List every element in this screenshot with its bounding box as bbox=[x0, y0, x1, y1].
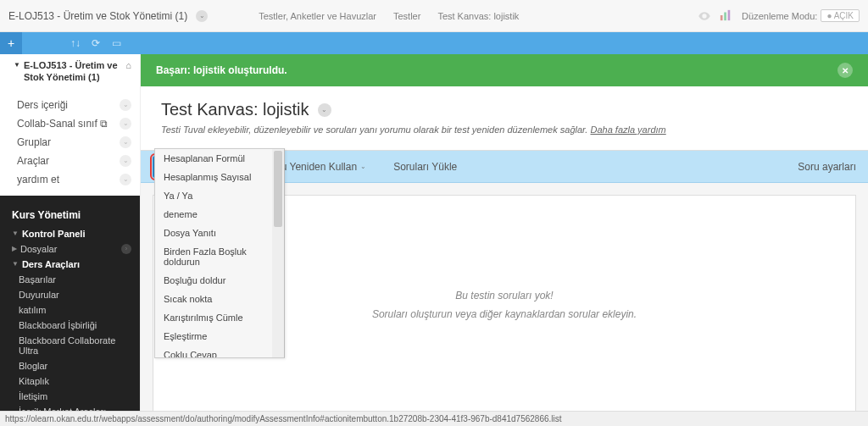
dropdown-item[interactable]: Çoklu Cevap bbox=[155, 346, 284, 357]
banner-text: Başarı: lojistik oluşturuldu. bbox=[156, 64, 287, 76]
dropdown-item[interactable]: Hesaplanan Formül bbox=[155, 149, 284, 168]
sidebar: ▼ E-LOJ513 - Üretim ve Stok Yönetimi (1)… bbox=[0, 54, 141, 426]
page-header: Test Kanvas: lojistik ⌄ Testi Tuval ekle… bbox=[141, 86, 868, 151]
svg-rect-0 bbox=[721, 15, 723, 20]
empty-message-2: Soruları oluşturun veya diğer kaynaklard… bbox=[372, 308, 637, 320]
dropdown-item[interactable]: Sıcak nokta bbox=[155, 290, 284, 308]
add-button[interactable]: + bbox=[0, 32, 22, 54]
success-banner: Başarı: lojistik oluşturuldu. ✕ bbox=[141, 54, 868, 86]
external-icon: ⧉ bbox=[100, 118, 108, 130]
edit-mode: Düzenleme Modu: ● AÇIK bbox=[742, 9, 860, 22]
svg-rect-2 bbox=[728, 9, 731, 19]
help-link[interactable]: Daha fazla yardım bbox=[590, 124, 665, 135]
blue-toolbar: + ↑↓ ⟳ ▭ bbox=[0, 32, 868, 54]
dark-sub-contact[interactable]: İletişim bbox=[0, 389, 140, 404]
chart-icon[interactable] bbox=[720, 9, 733, 23]
sidebar-item-help[interactable]: yardım et ⌄ bbox=[0, 170, 140, 189]
breadcrumb: Testler, Anketler ve Havuzlar Testler Te… bbox=[259, 11, 519, 21]
close-icon[interactable]: ✕ bbox=[837, 63, 853, 78]
chevron-down-icon: ⌄ bbox=[360, 163, 366, 170]
dropdown-item[interactable]: Birden Fazla Boşluk doldurun bbox=[155, 242, 284, 271]
page-description: Testi Tuval ekleyebilir, düzenleyebilir … bbox=[161, 124, 848, 135]
chevron-icon: ⌄ bbox=[120, 136, 131, 148]
status-bar: https://olearn.okan.edu.tr/webapps/asses… bbox=[0, 411, 868, 426]
dropdown-item[interactable]: Hesaplanmış Sayısal bbox=[155, 168, 284, 186]
question-settings-link[interactable]: Soru ayarları bbox=[798, 161, 856, 173]
status-url: https://olearn.okan.edu.tr/webapps/asses… bbox=[5, 414, 562, 423]
dropdown-item[interactable]: deneme bbox=[155, 205, 284, 224]
top-header: E-LOJ513 - Üretim ve Stok Yönetimi (1) ⌄… bbox=[0, 0, 868, 32]
sidebar-item-groups[interactable]: Gruplar ⌄ bbox=[0, 133, 140, 152]
dropdown-item[interactable]: Ya / Ya bbox=[155, 186, 284, 205]
scrollbar[interactable] bbox=[272, 149, 284, 357]
edit-mode-toggle[interactable]: ● AÇIK bbox=[821, 9, 860, 22]
sidebar-item-collab[interactable]: Collab-Sanal sınıf ⧉ ⌄ bbox=[0, 114, 140, 133]
dark-item-control-panel[interactable]: ▼Kontrol Paneli bbox=[0, 226, 140, 241]
upload-questions-button[interactable]: Soruları Yükle bbox=[385, 156, 465, 178]
dropdown-item[interactable]: Eşleştirme bbox=[155, 327, 284, 346]
chevron-down-icon[interactable]: ⌄ bbox=[318, 103, 331, 117]
chevron-icon: ⌄ bbox=[120, 174, 131, 185]
chevron-icon: ⌄ bbox=[120, 118, 131, 130]
question-type-dropdown: Hesaplanan FormülHesaplanmış SayısalYa /… bbox=[154, 148, 285, 358]
refresh-icon[interactable]: ⟳ bbox=[86, 32, 106, 54]
dark-sub-bb-collab[interactable]: Blackboard İşbirliği bbox=[0, 318, 140, 333]
svg-rect-1 bbox=[724, 12, 726, 20]
dropdown-item[interactable]: Dosya Yanıtı bbox=[155, 224, 284, 242]
home-icon[interactable]: ⌂ bbox=[125, 59, 131, 71]
scrollbar-thumb[interactable] bbox=[274, 151, 282, 227]
sidebar-management: Kurs Yönetimi ▼Kontrol Paneli ▶Dosyalar … bbox=[0, 196, 140, 426]
dark-sub-bb-ultra[interactable]: Blackboard Collaborate Ultra bbox=[0, 333, 140, 358]
sidebar-item-tools[interactable]: Araçlar ⌄ bbox=[0, 152, 140, 170]
dark-sub-attendance[interactable]: katılım bbox=[0, 302, 140, 318]
dark-sub-blogs[interactable]: Bloglar bbox=[0, 358, 140, 373]
breadcrumb-item[interactable]: Testler, Anketler ve Havuzlar bbox=[259, 11, 376, 21]
dark-sub-achievements[interactable]: Başarılar bbox=[0, 272, 140, 287]
dark-sub-announcements[interactable]: Duyurular bbox=[0, 287, 140, 302]
folder-icon[interactable]: ▭ bbox=[106, 32, 126, 54]
sidebar-item-content[interactable]: Ders içeriği ⌄ bbox=[0, 96, 140, 114]
dark-item-files[interactable]: ▶Dosyalar › bbox=[0, 241, 140, 257]
dark-item-course-tools[interactable]: ▼Ders Araçları bbox=[0, 257, 140, 272]
breadcrumb-item[interactable]: Testler bbox=[393, 11, 420, 21]
chevron-icon: ⌄ bbox=[120, 99, 131, 111]
dropdown-item[interactable]: Boşluğu doldur bbox=[155, 271, 284, 290]
chevron-icon: ⌄ bbox=[120, 155, 131, 167]
header-course-title: E-LOJ513 - Üretim ve Stok Yönetimi (1) bbox=[8, 10, 187, 22]
arrow-icon: › bbox=[121, 244, 131, 254]
page-title: Test Kanvas: lojistik ⌄ bbox=[161, 100, 848, 119]
up-down-icon[interactable]: ↑↓ bbox=[65, 32, 86, 54]
breadcrumb-item[interactable]: Test Kanvas: lojistik bbox=[437, 11, 519, 21]
edit-mode-label: Düzenleme Modu: bbox=[742, 11, 817, 21]
chevron-down-icon[interactable]: ⌄ bbox=[196, 10, 208, 22]
sidebar-course-title[interactable]: ▼ E-LOJ513 - Üretim ve Stok Yönetimi (1)… bbox=[0, 54, 140, 89]
eye-icon[interactable] bbox=[698, 9, 711, 23]
dropdown-item[interactable]: Karıştırılmış Cümle bbox=[155, 308, 284, 327]
management-title: Kurs Yönetimi bbox=[0, 204, 140, 226]
dark-sub-library[interactable]: Kitaplık bbox=[0, 373, 140, 389]
empty-message-1: Bu testin soruları yok! bbox=[455, 290, 553, 302]
